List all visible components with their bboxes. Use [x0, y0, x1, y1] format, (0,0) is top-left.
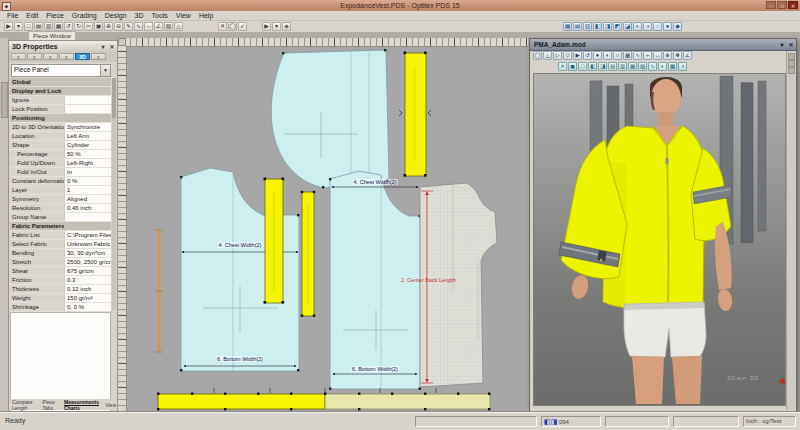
- minimize-button[interactable]: –: [766, 1, 776, 9]
- redo-icon[interactable]: ↻: [74, 22, 83, 31]
- measure-3d-icon[interactable]: ↔: [653, 51, 662, 60]
- property-value[interactable]: Cylinder: [64, 141, 111, 149]
- panel-scrollbar[interactable]: [112, 78, 116, 310]
- property-value[interactable]: 675 gr/cm: [64, 267, 111, 275]
- pan-3d-icon[interactable]: ✥: [673, 51, 682, 60]
- property-value[interactable]: 1: [64, 186, 111, 194]
- property-value[interactable]: Synchronize: [64, 123, 111, 131]
- record-icon[interactable]: ●: [593, 51, 602, 60]
- rotate-icon[interactable]: ∠: [154, 22, 163, 31]
- property-value[interactable]: 50 %: [64, 150, 111, 158]
- sleeve-piece[interactable]: [271, 49, 389, 188]
- measure-icon[interactable]: ↔: [144, 22, 153, 31]
- camera-icon[interactable]: ◐: [633, 22, 642, 31]
- camera-view-icon[interactable]: ◑: [678, 62, 687, 71]
- menu-edit[interactable]: Edit: [22, 11, 42, 21]
- full-scale-icon[interactable]: ◯: [228, 22, 237, 31]
- property-value[interactable]: 30, 30 dyn*cm: [64, 249, 111, 257]
- bottom-tab-view[interactable]: View: [105, 402, 116, 408]
- cloth-icon[interactable]: ▽: [563, 51, 572, 60]
- zoom-out-icon[interactable]: ⊖: [114, 22, 123, 31]
- panel-tab-2[interactable]: ≡: [27, 53, 42, 60]
- menu-help[interactable]: Help: [195, 11, 217, 21]
- collapsed-panel-tab[interactable]: [1, 82, 8, 118]
- bottom-tab-piece-tabs[interactable]: Piece Tabs: [43, 399, 60, 411]
- property-value[interactable]: 150 gr/m²: [64, 294, 111, 302]
- back-piece[interactable]: [420, 183, 497, 387]
- select-dropdown-icon[interactable]: ▾: [14, 22, 23, 31]
- property-value[interactable]: [64, 213, 111, 221]
- check-icon[interactable]: ✓: [238, 22, 247, 31]
- tension-map-icon[interactable]: ◐: [658, 62, 667, 71]
- panel-tab-3d[interactable]: 3D: [75, 53, 90, 60]
- flip-icon[interactable]: ▾: [272, 22, 281, 31]
- pin-icon[interactable]: +: [643, 51, 652, 60]
- close-button[interactable]: ✕: [788, 1, 798, 9]
- property-value[interactable]: [64, 96, 111, 104]
- solid-view-icon[interactable]: ◼: [568, 62, 577, 71]
- property-value[interactable]: Aligned: [64, 195, 111, 203]
- stitch-view-icon[interactable]: ∿: [648, 62, 657, 71]
- delete-icon[interactable]: ✕: [218, 22, 227, 31]
- property-value[interactable]: 0.46 inch: [64, 204, 111, 212]
- pattern-pieces-svg[interactable]: [118, 40, 528, 412]
- property-value[interactable]: 0.3: [64, 276, 111, 284]
- yellow-strip-1[interactable]: [399, 52, 431, 177]
- panel-tab-6[interactable]: ≡: [91, 53, 106, 60]
- layers-icon[interactable]: ◧: [593, 22, 602, 31]
- curve-icon[interactable]: ∿: [134, 22, 143, 31]
- side-view-icon[interactable]: ▥: [618, 62, 627, 71]
- texture-icon[interactable]: ◩: [613, 22, 622, 31]
- yellow-strip-3[interactable]: [301, 191, 315, 317]
- pen-icon[interactable]: ✎: [124, 22, 133, 31]
- render-icon[interactable]: ◑: [643, 22, 652, 31]
- piece-window-tab[interactable]: Piece Window: [28, 31, 76, 40]
- simulate-icon[interactable]: ▶: [573, 51, 582, 60]
- notch-icon[interactable]: △: [174, 22, 183, 31]
- panel-tab-1[interactable]: ≡: [11, 53, 26, 60]
- select-tool-icon[interactable]: ▶: [4, 22, 13, 31]
- property-value[interactable]: In: [64, 168, 111, 176]
- wire-view-icon[interactable]: ◻: [578, 62, 587, 71]
- texture-icon[interactable]: ▦: [623, 51, 632, 60]
- settings-icon[interactable]: ◆: [673, 22, 682, 31]
- viewer-side-strip[interactable]: [786, 51, 795, 410]
- snapshot-icon[interactable]: ◐: [603, 51, 612, 60]
- light-icon[interactable]: ○: [653, 22, 662, 31]
- menu-view[interactable]: View: [172, 11, 195, 21]
- light-icon[interactable]: ○: [613, 51, 622, 60]
- property-value[interactable]: [64, 105, 111, 113]
- material-icon[interactable]: ●: [663, 22, 672, 31]
- zoom-3d-icon[interactable]: ⊕: [663, 51, 672, 60]
- reset-icon[interactable]: ↺: [583, 51, 592, 60]
- new-file-icon[interactable]: □: [24, 22, 33, 31]
- pieces-window-icon[interactable]: ▤: [573, 22, 582, 31]
- xray-icon[interactable]: ◨: [598, 62, 607, 71]
- grid-floor-icon[interactable]: ▩: [668, 62, 677, 71]
- piece-selector[interactable]: Piece Panel ▼: [11, 64, 111, 77]
- menu-piece[interactable]: Piece: [42, 11, 68, 21]
- avatar-icon[interactable]: ◯: [533, 51, 542, 60]
- waistband-bar[interactable]: [157, 388, 490, 410]
- open-icon[interactable]: ▤: [34, 22, 43, 31]
- panel-tab-4[interactable]: ≡: [59, 53, 74, 60]
- print-icon[interactable]: ▦: [54, 22, 63, 31]
- seam-icon[interactable]: ∿: [633, 51, 642, 60]
- zoom-in-icon[interactable]: ⊕: [104, 22, 113, 31]
- menu-file[interactable]: File: [3, 11, 22, 21]
- bottom-tab-measurements-charts[interactable]: Measurements Charts: [64, 399, 101, 411]
- panel-tab-3[interactable]: ≡: [43, 53, 58, 60]
- chevron-down-icon[interactable]: ▼: [100, 65, 110, 76]
- top-view-icon[interactable]: ▦: [628, 62, 637, 71]
- ruler-strip-piece[interactable]: [155, 230, 163, 352]
- link-icon[interactable]: ◧: [544, 417, 551, 426]
- persp-icon[interactable]: ▧: [638, 62, 647, 71]
- menu-grading[interactable]: Grading: [68, 11, 101, 21]
- sync-icon[interactable]: ◨: [551, 417, 558, 426]
- table-window-icon[interactable]: ▦: [563, 22, 572, 31]
- property-value[interactable]: 0 %: [64, 177, 111, 185]
- 3d-viewport[interactable]: 3Cam 3D: [533, 73, 786, 406]
- shade-icon[interactable]: ◧: [588, 62, 597, 71]
- menu-design[interactable]: Design: [101, 11, 131, 21]
- property-value[interactable]: 0, 0 %: [64, 303, 111, 311]
